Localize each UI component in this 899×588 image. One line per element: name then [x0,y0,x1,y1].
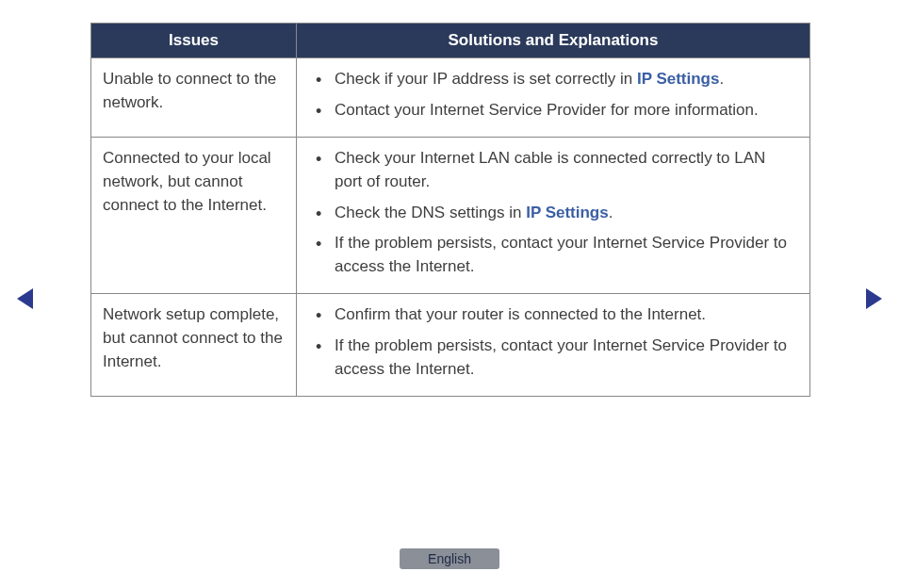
solution-text-post: . [609,204,613,221]
solution-text: If the problem persists, contact your In… [335,234,787,275]
troubleshooting-table: Issues Solutions and Explanations Unable… [90,23,810,397]
list-item: Confirm that your router is connected to… [321,300,798,331]
table-row: Unable to connect to the network. Check … [91,58,810,138]
ip-settings-link[interactable]: IP Settings [526,204,609,221]
list-item: If the problem persists, contact your In… [321,331,798,384]
header-issues: Issues [91,24,297,58]
previous-page-arrow-icon[interactable] [17,288,33,309]
solution-text: Check the DNS settings in [335,204,526,221]
list-item: Check the DNS settings in IP Settings. [321,198,798,229]
solution-text: Check if your IP address is set correctl… [335,70,637,88]
ip-settings-link[interactable]: IP Settings [637,70,720,88]
list-item: Check your Internet LAN cable is connect… [321,143,798,197]
list-item: Check if your IP address is set correctl… [321,64,798,95]
language-badge[interactable]: English [400,548,499,569]
list-item: If the problem persists, contact your In… [321,228,798,282]
list-item: Contact your Internet Service Provider f… [321,95,798,126]
table-row: Network setup complete, but cannot conne… [91,294,810,397]
table-row: Connected to your local network, but can… [91,138,810,294]
solution-text: If the problem persists, contact your In… [335,336,787,378]
issue-cell: Connected to your local network, but can… [91,138,297,294]
solution-cell: Check your Internet LAN cable is connect… [297,138,810,294]
solution-text: Confirm that your router is connected to… [335,305,706,323]
solution-cell: Confirm that your router is connected to… [297,294,810,397]
solution-text: Check your Internet LAN cable is connect… [335,149,765,190]
solution-text: Contact your Internet Service Provider f… [335,101,759,119]
header-solutions: Solutions and Explanations [297,24,810,58]
solution-cell: Check if your IP address is set correctl… [297,58,810,138]
issue-cell: Network setup complete, but cannot conne… [91,294,297,397]
solution-text-post: . [719,70,724,88]
issue-cell: Unable to connect to the network. [91,58,297,138]
next-page-arrow-icon[interactable] [866,288,882,309]
content-area: Issues Solutions and Explanations Unable… [90,23,810,397]
